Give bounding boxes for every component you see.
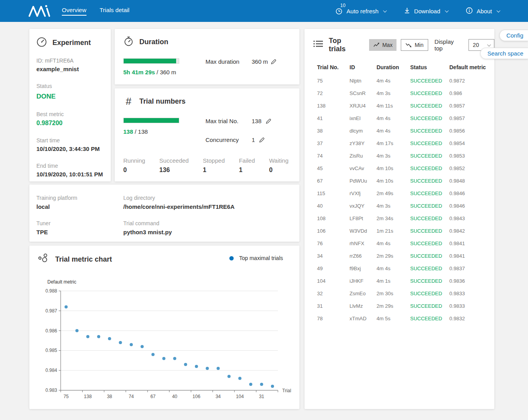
- edit-pencil-icon: [259, 137, 265, 143]
- list-icon: [313, 39, 323, 51]
- edit-concurrency-button[interactable]: [259, 137, 265, 143]
- table-row[interactable]: 41ixnEl4m 4sSUCCEEDED0.9857: [305, 112, 494, 124]
- cell-dur: 4m 4s: [377, 266, 410, 271]
- cell-id: f9Bxj: [350, 266, 377, 271]
- cell-metric: 0.9841: [449, 253, 489, 259]
- table-row[interactable]: 37zY38Y4m 17sSUCCEEDED0.9854: [305, 137, 494, 149]
- cell-dur: 1m 21s: [377, 228, 410, 234]
- table-row[interactable]: 78xTmAD4m 5sSUCCEEDED0.9832: [305, 312, 494, 325]
- cell-status: SUCCEEDED: [410, 103, 449, 109]
- platform-card: Training platform local Log directory /h…: [29, 185, 299, 242]
- cell-no: 41: [317, 115, 350, 121]
- top-trials-body: 75Nlptn4m 4sSUCCEEDED0.987272SCsnR4m 3sS…: [305, 74, 494, 325]
- stat-stopped: Stopped 1: [203, 157, 225, 174]
- edit-max-trial-button[interactable]: [265, 118, 272, 124]
- cell-dur: 4m 10s: [377, 178, 410, 184]
- hash-icon: #: [123, 95, 134, 108]
- cell-status: SUCCEEDED: [410, 165, 449, 171]
- download-label: Download: [414, 8, 440, 14]
- cell-no: 115: [317, 190, 350, 196]
- stat-value: 1: [239, 167, 255, 174]
- end-time-value: 10/19/2020, 10:01:51 PM: [36, 171, 104, 178]
- table-row[interactable]: 32ZsmEo2m 30sSUCCEEDED0.9833: [305, 287, 494, 300]
- min-button[interactable]: Min: [401, 39, 428, 51]
- edit-pencil-icon: [270, 59, 277, 65]
- svg-text:104: 104: [236, 394, 244, 399]
- svg-text:67: 67: [150, 394, 156, 399]
- stat-value: 1: [203, 167, 225, 174]
- table-row[interactable]: 108LF8Pt2m 34sSUCCEEDED0.9843: [305, 212, 494, 224]
- table-row[interactable]: 45vvCAv4m 10sSUCCEEDED0.9852: [305, 162, 494, 174]
- cell-id: SCsnR: [350, 90, 377, 96]
- experiment-title: Experiment: [52, 39, 91, 47]
- cell-no: 45: [317, 165, 350, 171]
- duration-card: Duration 5h 41m 29s / 360 m Max duration…: [115, 29, 299, 84]
- table-row[interactable]: 49f9Bxj4m 4sSUCCEEDED0.9837: [305, 262, 494, 275]
- cell-status: SUCCEEDED: [410, 115, 449, 121]
- max-trial-label: Max trial No.: [205, 118, 248, 124]
- col-default-metric: Default metric: [449, 64, 489, 70]
- table-row[interactable]: 75Nlptn4m 4sSUCCEEDED0.9872: [305, 74, 494, 87]
- cell-metric: 0.9856: [449, 128, 489, 134]
- cell-metric: 0.9854: [449, 140, 489, 146]
- download-icon: [404, 7, 411, 15]
- cell-metric: 0.9836: [449, 278, 489, 284]
- cell-no: 138: [317, 103, 350, 109]
- table-row[interactable]: 67PdWUu4m 10sSUCCEEDED0.9848: [305, 174, 494, 187]
- experiment-name: example_mnist: [36, 66, 104, 72]
- cell-id: rhNFX: [350, 241, 377, 246]
- duration-progress-fill: [124, 59, 176, 63]
- table-row[interactable]: 74ZisRu4m 3sSUCCEEDED0.9853: [305, 149, 494, 162]
- chevron-down-icon: [383, 9, 387, 13]
- tab-trials-detail[interactable]: Trials detail: [100, 7, 130, 16]
- cell-metric: 0.9852: [449, 165, 489, 171]
- auto-refresh-menu[interactable]: 10 Auto refresh: [335, 7, 386, 15]
- cell-dur: 4m 10s: [377, 165, 410, 171]
- status-label: Status: [36, 83, 104, 89]
- experiment-id: ID: mFT1RE6A: [36, 57, 104, 64]
- table-row[interactable]: 115rVXfj2m 49sSUCCEEDED0.9846: [305, 187, 494, 199]
- duration-progress-bar: [123, 58, 179, 64]
- trial-command: Trial command python3 mnist.py: [123, 220, 292, 235]
- table-row[interactable]: 34rrZ662m 29sSUCCEEDED0.9841: [305, 249, 494, 262]
- table-row[interactable]: 31LlvMz2m 29sSUCCEEDED0.9833: [305, 300, 494, 312]
- trial-metric-chart-card: Trial metric chart Top maximal trials De…: [29, 246, 299, 409]
- cell-no: 34: [317, 253, 350, 259]
- concurrency-value: 1: [252, 136, 255, 143]
- stat-waiting: Waiting 0: [269, 157, 288, 174]
- cell-metric: 0.9857: [449, 103, 489, 109]
- stat-label: Succeeded: [159, 157, 189, 164]
- log-directory-value: /home/core/nni-experiments/mFT1RE6A: [123, 203, 292, 210]
- table-row[interactable]: 72SCsnR4m 3sSUCCEEDED0.986: [305, 87, 494, 99]
- max-button[interactable]: Max: [369, 39, 396, 51]
- auto-refresh-label: Auto refresh: [346, 8, 378, 14]
- cell-status: SUCCEEDED: [410, 140, 449, 146]
- stat-label: Failed: [239, 157, 255, 164]
- cell-metric: 0.9837: [449, 266, 489, 271]
- table-row[interactable]: 38dlcym4m 4sSUCCEEDED0.9856: [305, 124, 494, 137]
- table-row[interactable]: 138XRJU44m 11sSUCCEEDED0.9857: [305, 99, 494, 112]
- legend-label: Top maximal trials: [239, 255, 283, 261]
- cell-id: zY38Y: [350, 140, 377, 146]
- cell-dur: 2m 29s: [377, 303, 410, 309]
- table-row[interactable]: 104iJHKF4m 1sSUCCEEDED0.9836: [305, 275, 494, 287]
- nav-right: 10 Auto refresh Download: [335, 7, 528, 16]
- stat-value: 136: [159, 167, 189, 174]
- about-menu[interactable]: About: [465, 7, 500, 16]
- cell-no: 37: [317, 140, 350, 146]
- tab-overview[interactable]: Overview: [62, 7, 86, 16]
- table-row[interactable]: 40vxJQY4m 3sSUCCEEDED0.9846: [305, 199, 494, 212]
- table-row[interactable]: 76rhNFX4m 4sSUCCEEDED0.9841: [305, 237, 494, 249]
- svg-text:Trial: Trial: [282, 388, 291, 393]
- legend-dot-icon: [229, 256, 234, 260]
- edit-max-duration-button[interactable]: [270, 59, 277, 65]
- search-space-button[interactable]: Search space: [480, 48, 528, 59]
- cell-no: 32: [317, 291, 350, 296]
- cell-id: PdWUu: [350, 178, 377, 184]
- config-button[interactable]: Config: [499, 30, 528, 41]
- download-menu[interactable]: Download: [404, 7, 448, 15]
- top-trials-table: Trial No. ID Duration Status Default met…: [305, 60, 494, 325]
- chart-legend[interactable]: Top maximal trials: [229, 255, 283, 261]
- tuner: Tuner TPE: [36, 220, 123, 235]
- table-row[interactable]: 106W3VDd1m 21sSUCCEEDED0.9842: [305, 224, 494, 237]
